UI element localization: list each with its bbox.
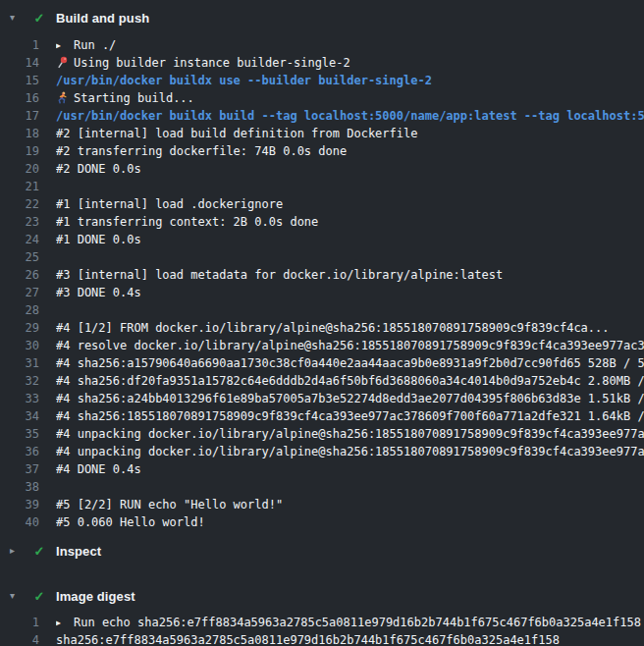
line-number[interactable]: 35	[0, 425, 39, 443]
line-number[interactable]: 28	[0, 301, 39, 319]
log-line: 40#5 0.060 Hello world!	[0, 513, 644, 531]
line-number[interactable]: 19	[0, 142, 39, 160]
line-number[interactable]: 24	[0, 231, 39, 248]
chevron-down-icon: ▾	[10, 13, 22, 23]
log-line: 23#1 transferring context: 2B 0.0s done	[0, 213, 644, 231]
line-number[interactable]: 25	[0, 248, 39, 266]
line-number[interactable]: 23	[0, 213, 39, 231]
log-text: Using builder instance builder-single-2	[74, 56, 350, 70]
log-line: 33#4 sha256:a24bb4013296f61e89ba57005a7b…	[0, 390, 644, 407]
line-number[interactable]: 36	[0, 443, 39, 460]
log-line-content: Starting build...	[56, 89, 644, 107]
log-line: 39#5 [2/2] RUN echo "Hello world!"	[0, 496, 644, 513]
log-line: 30#4 resolve docker.io/library/alpine@sh…	[0, 337, 644, 354]
log-line: 29#4 [1/2] FROM docker.io/library/alpine…	[0, 319, 644, 337]
log-line: 19#2 transferring dockerfile: 74B 0.0s d…	[0, 142, 644, 160]
log-text: #4 unpacking docker.io/library/alpine@sh…	[56, 445, 644, 458]
line-number[interactable]: 17	[0, 107, 39, 125]
log-viewer: ▾✓Build and push1▶Run ./14Using builder …	[0, 4, 644, 646]
log-line-content: #4 unpacking docker.io/library/alpine@sh…	[56, 443, 644, 460]
log-line: 38	[0, 478, 644, 496]
log-text: /usr/bin/docker buildx build --tag local…	[56, 109, 644, 123]
section-header-build-and-push[interactable]: ▾✓Build and push	[0, 4, 644, 31]
log-line: 20#2 DONE 0.0s	[0, 160, 644, 178]
log-text: #4 sha256:a15790640a6690aa1730c38cf0a440…	[56, 356, 644, 370]
line-number[interactable]: 18	[0, 125, 39, 142]
log-text: #4 sha256:185518070891758909c9f839cf4ca3…	[56, 409, 644, 423]
line-number[interactable]: 20	[0, 160, 39, 178]
line-number[interactable]: 30	[0, 337, 39, 354]
line-number[interactable]: 26	[0, 266, 39, 284]
line-number[interactable]: 33	[0, 390, 39, 407]
toggle-arrow-icon[interactable]: ▶	[56, 615, 74, 631]
log-text: Starting build...	[74, 91, 194, 105]
log-line-content: #4 unpacking docker.io/library/alpine@sh…	[56, 425, 644, 443]
chevron-down-icon: ▾	[10, 591, 22, 601]
section-header-inspect[interactable]: ▸✓Inspect	[0, 537, 644, 565]
log-line-content	[56, 248, 644, 266]
section-title: Build and push	[56, 11, 149, 26]
line-number[interactable]: 16	[0, 89, 39, 107]
log-line: 26#3 [internal] load metadata for docker…	[0, 266, 644, 284]
section-inspect: ▸✓Inspect	[0, 537, 644, 565]
log-line: 24#1 DONE 0.0s	[0, 231, 644, 248]
log-text: #4 resolve docker.io/library/alpine@sha2…	[56, 339, 644, 352]
log-line: 17/usr/bin/docker buildx build --tag loc…	[0, 107, 644, 125]
log-line-content: ▶Run echo sha256:e7ff8834a5963a2785c5a08…	[56, 614, 644, 631]
line-number[interactable]: 29	[0, 319, 39, 337]
line-number[interactable]: 40	[0, 513, 39, 531]
log-line: 34#4 sha256:185518070891758909c9f839cf4c…	[0, 407, 644, 425]
log-text: #1 transferring context: 2B 0.0s done	[56, 215, 318, 229]
pushpin-icon	[56, 54, 74, 72]
section-build-and-push: ▾✓Build and push1▶Run ./14Using builder …	[0, 4, 644, 537]
line-number[interactable]: 32	[0, 372, 39, 390]
log-line-content: #5 [2/2] RUN echo "Hello world!"	[56, 496, 644, 513]
log-text: #3 DONE 0.4s	[56, 286, 141, 299]
log-line-content: sha256:e7ff8834a5963a2785c5a0811e979d16b…	[56, 631, 644, 646]
log-lines: 1▶Run ./14Using builder instance builder…	[0, 31, 644, 537]
log-line: 35#4 unpacking docker.io/library/alpine@…	[0, 425, 644, 443]
runner-icon	[56, 89, 74, 107]
line-number[interactable]: 1	[0, 36, 39, 54]
line-number[interactable]: 14	[0, 54, 39, 72]
line-number[interactable]: 38	[0, 478, 39, 496]
line-number[interactable]: 34	[0, 407, 39, 425]
toggle-arrow-icon[interactable]: ▶	[56, 37, 74, 54]
line-number[interactable]: 37	[0, 460, 39, 478]
log-line-content: #5 0.060 Hello world!	[56, 513, 644, 531]
log-line-content: #3 DONE 0.4s	[56, 284, 644, 301]
line-number[interactable]: 4	[0, 631, 39, 646]
log-line-content: #4 sha256:a24bb4013296f61e89ba57005a7b3e…	[56, 390, 644, 407]
line-number[interactable]: 22	[0, 195, 39, 213]
log-line-content: #2 transferring dockerfile: 74B 0.0s don…	[56, 142, 644, 160]
log-text: #2 DONE 0.0s	[56, 162, 141, 176]
line-number[interactable]: 1	[0, 614, 39, 631]
section-image-digest: ▾✓Image digest1▶Run echo sha256:e7ff8834…	[0, 582, 644, 646]
log-line: 22#1 [internal] load .dockerignore	[0, 195, 644, 213]
line-number[interactable]: 15	[0, 72, 39, 89]
log-line: 16Starting build...	[0, 89, 644, 107]
line-number[interactable]: 31	[0, 354, 39, 372]
log-line: 15/usr/bin/docker buildx use --builder b…	[0, 72, 644, 89]
log-line-content: #4 sha256:185518070891758909c9f839cf4ca3…	[56, 407, 644, 425]
log-line-content: #4 resolve docker.io/library/alpine@sha2…	[56, 337, 644, 354]
line-number[interactable]: 39	[0, 496, 39, 513]
log-line: 36#4 unpacking docker.io/library/alpine@…	[0, 443, 644, 460]
log-line: 27#3 DONE 0.4s	[0, 284, 644, 301]
log-line-content: /usr/bin/docker buildx use --builder bui…	[56, 72, 644, 89]
log-line: 1▶Run echo sha256:e7ff8834a5963a2785c5a0…	[0, 614, 644, 631]
log-text: #5 0.060 Hello world!	[56, 515, 205, 529]
log-text: #5 [2/2] RUN echo "Hello world!"	[56, 498, 283, 511]
line-number[interactable]: 21	[0, 178, 39, 195]
log-text: #2 [internal] load build definition from…	[56, 127, 417, 140]
log-line-content: #2 DONE 0.0s	[56, 160, 644, 178]
line-number[interactable]: 27	[0, 284, 39, 301]
log-line-content	[56, 301, 644, 319]
log-line-content: #2 [internal] load build definition from…	[56, 125, 644, 142]
log-line-content: #4 sha256:a15790640a6690aa1730c38cf0a440…	[56, 354, 644, 372]
log-line-content: ▶Run ./	[56, 36, 644, 54]
log-line: 21	[0, 178, 644, 195]
section-header-image-digest[interactable]: ▾✓Image digest	[0, 582, 644, 610]
section-title: Inspect	[56, 544, 101, 559]
success-check-icon: ✓	[31, 545, 47, 558]
